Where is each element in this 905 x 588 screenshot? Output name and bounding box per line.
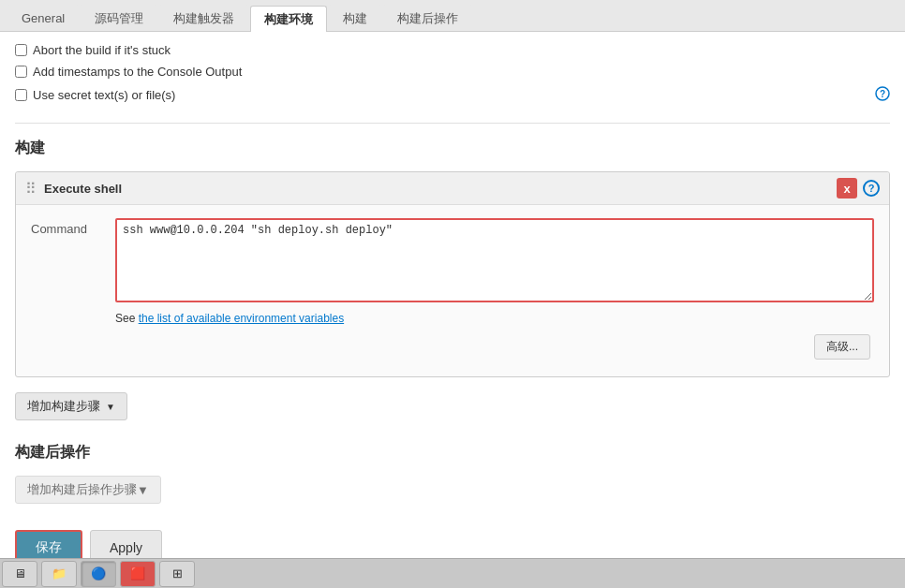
add-post-step-arrow: ▼ xyxy=(137,483,149,497)
env-link[interactable]: the list of available environment variab… xyxy=(139,312,344,325)
add-build-step-button[interactable]: 增加构建步骤 ▼ xyxy=(15,392,127,420)
taskbar-item-4[interactable]: 🟥 xyxy=(120,561,156,587)
add-build-step-arrow: ▼ xyxy=(106,402,115,412)
taskbar-item-1[interactable]: 🖥 xyxy=(2,561,37,587)
taskbar-item-2[interactable]: 📁 xyxy=(41,561,77,587)
build-section: 构建 ⠿ Execute shell x ? Command See the l… xyxy=(15,139,890,439)
taskbar-item-3[interactable]: 🔵 xyxy=(81,561,116,587)
env-link-prefix: See xyxy=(115,312,139,325)
build-heading: 构建 xyxy=(15,139,890,158)
execute-shell-body: Command See the list of available enviro… xyxy=(16,205,889,376)
tab-post[interactable]: 构建后操作 xyxy=(383,5,472,31)
post-heading: 构建后操作 xyxy=(15,443,890,463)
checkbox-timestamps-label: Add timestamps to the Console Output xyxy=(33,65,242,79)
tabs-bar: General 源码管理 构建触发器 构建环境 构建 构建后操作 xyxy=(0,0,905,32)
advanced-btn-row: 高级... xyxy=(31,334,874,360)
execute-shell-block: ⠿ Execute shell x ? Command See the list… xyxy=(15,171,890,377)
tab-general[interactable]: General xyxy=(7,5,79,31)
execute-shell-header: ⠿ Execute shell x ? xyxy=(16,172,889,205)
checkbox-timestamps[interactable] xyxy=(15,66,27,78)
svg-text:?: ? xyxy=(880,89,885,99)
taskbar: 🖥 📁 🔵 🟥 ⊞ xyxy=(0,558,905,588)
post-build-section: 构建后操作 增加构建后操作步骤 ▼ 保存 Apply xyxy=(15,443,890,566)
taskbar-item-5[interactable]: ⊞ xyxy=(159,561,195,587)
env-link-row: See the list of available environment va… xyxy=(115,312,874,325)
command-label: Command xyxy=(31,218,115,236)
delete-block-button[interactable]: x xyxy=(837,178,857,198)
checkbox-secret-label: Use secret text(s) or file(s) xyxy=(33,88,175,102)
execute-shell-title: Execute shell xyxy=(44,182,837,196)
checkbox-abort-label: Abort the build if it's stuck xyxy=(33,43,171,57)
main-content: Abort the build if it's stuck Add timest… xyxy=(0,32,905,588)
help-icon-secret[interactable]: ? xyxy=(875,86,890,104)
checkbox-row-abort: Abort the build if it's stuck xyxy=(15,43,890,57)
tab-source[interactable]: 源码管理 xyxy=(81,5,157,31)
checkbox-row-timestamps: Add timestamps to the Console Output xyxy=(15,65,890,79)
add-build-step-label: 增加构建步骤 xyxy=(27,398,100,415)
command-row: Command xyxy=(31,218,874,302)
env-section: Abort the build if it's stuck Add timest… xyxy=(15,43,890,124)
tab-build[interactable]: 构建 xyxy=(329,5,381,31)
drag-handle-icon[interactable]: ⠿ xyxy=(25,180,37,198)
help-icon-block[interactable]: ? xyxy=(863,180,880,197)
add-post-step-label: 增加构建后操作步骤 xyxy=(27,481,137,498)
command-textarea[interactable] xyxy=(115,218,874,302)
checkbox-abort[interactable] xyxy=(15,44,27,56)
add-post-step-button[interactable]: 增加构建后操作步骤 ▼ xyxy=(15,476,161,504)
tab-env[interactable]: 构建环境 xyxy=(250,6,327,32)
checkbox-row-secret: Use secret text(s) or file(s) ? xyxy=(15,86,890,104)
advanced-button[interactable]: 高级... xyxy=(814,334,870,360)
tab-triggers[interactable]: 构建触发器 xyxy=(159,5,248,31)
checkbox-secret[interactable] xyxy=(15,89,27,101)
